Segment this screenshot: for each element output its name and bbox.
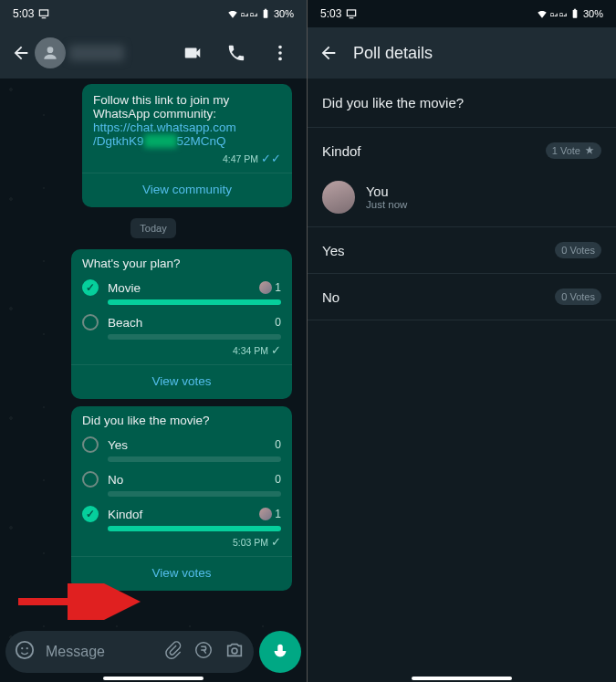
view-community-link[interactable]: View community <box>93 181 281 200</box>
volte-icon: ⩍⊿ <box>241 10 248 18</box>
voter-name: You <box>366 184 407 199</box>
svg-point-10 <box>26 647 28 649</box>
svg-point-6 <box>278 58 282 61</box>
svg-point-3 <box>47 47 54 53</box>
svg-point-4 <box>278 46 282 49</box>
svg-rect-0 <box>40 10 48 16</box>
svg-rect-2 <box>265 9 266 10</box>
svg-point-9 <box>21 647 23 649</box>
poll-option[interactable]: Movie 1 <box>82 279 281 296</box>
poll-option[interactable]: Kindof 1 <box>82 506 281 522</box>
battery-pct: 30% <box>583 8 603 19</box>
invite-link-part-a[interactable]: /DgtkhK9 <box>93 134 144 148</box>
attach-icon[interactable] <box>162 640 183 664</box>
view-votes-link[interactable]: View votes <box>82 564 281 583</box>
option-label: Kindof <box>108 508 250 521</box>
svg-rect-1 <box>264 10 268 18</box>
message-input[interactable]: Message <box>5 631 254 673</box>
vote-count: 0 <box>275 316 281 329</box>
wifi-icon <box>536 7 548 20</box>
contact-name[interactable] <box>69 45 124 61</box>
poll-option[interactable]: Yes 0 <box>82 436 281 453</box>
video-call-icon[interactable] <box>183 43 203 63</box>
more-menu-icon[interactable] <box>270 43 290 63</box>
sent-check-icon: ✓ <box>271 535 281 549</box>
poll-question: Did you like the movie? <box>308 79 616 127</box>
vote-count: 0 <box>275 438 281 451</box>
poll-option[interactable]: Beach 0 <box>82 314 281 331</box>
battery-icon <box>259 7 272 20</box>
voter-avatar-dot <box>259 281 272 294</box>
status-time: 5:03 <box>320 7 341 20</box>
invite-link-part-b[interactable]: 52MCnQ <box>177 134 226 148</box>
poll-bubble-movie[interactable]: Did you like the movie? Yes 0 No 0 Kindo… <box>71 406 292 591</box>
battery-icon <box>569 7 581 20</box>
svg-rect-13 <box>348 10 356 16</box>
status-time: 5:03 <box>13 7 34 20</box>
bubble-time: 4:34 PM <box>233 345 268 356</box>
bubble-time: 5:03 PM <box>233 537 268 548</box>
radio-checked-icon[interactable] <box>82 279 99 296</box>
back-button[interactable] <box>7 35 35 71</box>
date-separator: Today <box>131 218 175 238</box>
vote-count: 1 <box>275 281 281 294</box>
radio-unchecked-icon[interactable] <box>82 314 99 331</box>
poll-details-screen: 5:03 ⩍⊿ ⩍⊿ 30% Poll details Did you like… <box>308 0 616 682</box>
vote-chip: 0 Votes <box>555 289 601 305</box>
message-placeholder: Message <box>46 644 151 660</box>
svg-point-5 <box>278 51 282 55</box>
answer-label: No <box>322 289 339 305</box>
contact-avatar[interactable] <box>35 37 66 68</box>
gesture-home-bar <box>412 677 512 680</box>
star-icon <box>584 145 595 156</box>
wifi-icon <box>226 7 239 20</box>
payment-icon[interactable] <box>193 640 214 664</box>
vote-chip: 0 Votes <box>555 242 601 258</box>
status-bar: 5:03 ⩍⊿ ⩍⊿ 30% <box>308 0 616 27</box>
view-votes-link[interactable]: View votes <box>82 372 281 392</box>
answer-row-kindof[interactable]: Kindof 1 Vote <box>308 128 616 173</box>
voter-time: Just now <box>366 199 407 210</box>
screen-title: Poll details <box>353 44 433 63</box>
voter-avatar <box>322 181 355 214</box>
poll-bubble-plan[interactable]: What's your plan? Movie 1 Beach 0 4:34 P… <box>71 249 292 399</box>
option-label: Beach <box>108 316 266 330</box>
svg-point-12 <box>232 648 237 654</box>
voter-row[interactable]: You Just now <box>308 173 616 226</box>
cast-icon <box>345 7 358 20</box>
option-label: Movie <box>108 281 250 295</box>
sent-check-icon: ✓ <box>271 343 281 357</box>
volte-icon: ⩍⊿ <box>550 10 558 18</box>
invite-link-line1[interactable]: https://chat.whatsapp.com <box>93 121 236 134</box>
invite-text: Follow this link to join my WhatsApp com… <box>93 93 281 121</box>
read-checks-icon: ✓✓ <box>261 152 281 165</box>
chat-body[interactable]: Follow this link to join my WhatsApp com… <box>0 79 307 682</box>
radio-unchecked-icon[interactable] <box>82 471 99 488</box>
mic-button[interactable] <box>259 631 301 673</box>
poll-details-body: Did you like the movie? Kindof 1 Vote Yo… <box>308 79 616 682</box>
svg-rect-14 <box>573 10 578 18</box>
community-invite-bubble[interactable]: Follow this link to join my WhatsApp com… <box>82 84 292 207</box>
vote-count: 1 <box>275 508 281 520</box>
back-button[interactable] <box>315 35 342 71</box>
chat-screen: 5:03 ⩍⊿ ⩍⊿ 30% Follow <box>0 0 308 682</box>
vote-count: 0 <box>275 473 281 486</box>
bubble-time: 4:47 PM <box>223 153 258 164</box>
poll-question: Did you like the movie? <box>82 414 281 427</box>
radio-checked-icon[interactable] <box>82 506 99 522</box>
answer-label: Kindof <box>322 143 361 159</box>
battery-pct: 30% <box>274 8 294 19</box>
camera-icon[interactable] <box>224 640 245 664</box>
status-bar: 5:03 ⩍⊿ ⩍⊿ 30% <box>0 0 307 27</box>
message-input-row: Message <box>5 631 301 673</box>
emoji-icon[interactable] <box>15 640 35 664</box>
details-app-bar: Poll details <box>308 27 616 79</box>
voice-call-icon[interactable] <box>226 43 246 63</box>
answer-row-yes[interactable]: Yes 0 Votes <box>308 227 616 273</box>
volte-icon-2: ⩍⊿ <box>559 10 567 18</box>
radio-unchecked-icon[interactable] <box>82 436 99 453</box>
poll-question: What's your plan? <box>82 257 281 270</box>
poll-option[interactable]: No 0 <box>82 471 281 488</box>
answer-row-no[interactable]: No 0 Votes <box>308 274 616 320</box>
volte-icon-2: ⩍⊿ <box>250 10 257 18</box>
